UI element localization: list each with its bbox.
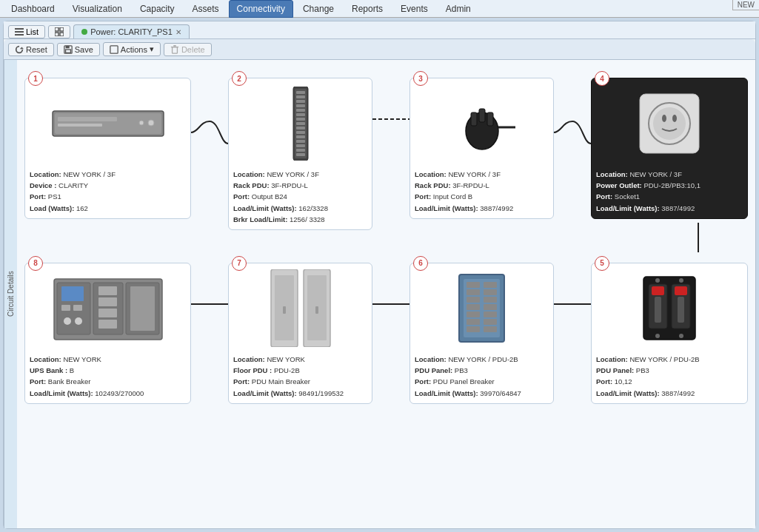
- node-info-7: Location: NEW YORK Floor PDU : PDU-2B Po…: [233, 354, 367, 399]
- node-info-2: Location: NEW YORK / 3F Rack PDU: 3F-RPD…: [233, 169, 367, 225]
- delete-button[interactable]: Delete: [164, 43, 212, 56]
- actions-button[interactable]: Actions ▾: [103, 42, 161, 56]
- tab-close-button[interactable]: ✕: [175, 28, 181, 36]
- actions-icon: [110, 45, 118, 54]
- panel-view-button[interactable]: [48, 25, 70, 38]
- svg-rect-1: [15, 31, 24, 33]
- svg-rect-86: [467, 326, 480, 332]
- node-number-1: 1: [28, 71, 43, 86]
- tab-bar: List Power: CLARITY_PS1 ✕: [4, 21, 755, 39]
- svg-rect-10: [65, 50, 70, 53]
- connector-4-5-vertical: [24, 223, 748, 252]
- svg-rect-25: [296, 100, 305, 103]
- connector-1-2: [191, 118, 228, 147]
- node-number-6: 6: [413, 256, 428, 271]
- node-card-4[interactable]: 4: [591, 78, 748, 219]
- new-badge: NEW: [732, 0, 759, 10]
- svg-point-46: [653, 107, 686, 140]
- svg-rect-41: [487, 112, 493, 126]
- nav-tab-connectivity[interactable]: Connectivity: [229, 0, 293, 18]
- node-card-7[interactable]: 7: [228, 263, 372, 404]
- svg-rect-76: [467, 289, 480, 295]
- nav-tab-assets[interactable]: Assets: [184, 0, 227, 18]
- svg-rect-26: [296, 104, 305, 107]
- node-info-6: Location: NEW YORK / PDU-2B PDU Panel: P…: [415, 354, 549, 399]
- server-icon: [49, 105, 167, 142]
- breaker-icon: [640, 273, 699, 343]
- floor-pdu-icon: [267, 269, 334, 347]
- svg-rect-34: [296, 140, 305, 143]
- reset-icon: [15, 45, 24, 54]
- svg-rect-37: [296, 153, 305, 156]
- svg-point-97: [679, 278, 683, 283]
- node-card-2[interactable]: 2: [228, 78, 372, 230]
- svg-point-47: [662, 115, 666, 122]
- nav-tab-visualization[interactable]: Visualization: [64, 0, 130, 18]
- nav-tab-events[interactable]: Events: [392, 0, 436, 18]
- node-number-4: 4: [595, 71, 609, 86]
- nav-tab-capacity[interactable]: Capacity: [132, 0, 183, 18]
- node-image-4: [596, 83, 743, 164]
- nav-tab-change[interactable]: Change: [295, 0, 342, 18]
- node-info-5: Location: NEW YORK / PDU-2B PDU Panel: P…: [596, 354, 743, 399]
- actions-chevron: ▾: [150, 44, 154, 54]
- svg-point-96: [655, 278, 660, 283]
- diagram-area[interactable]: 1: [17, 60, 755, 528]
- svg-rect-77: [484, 289, 497, 295]
- list-icon: [15, 27, 24, 36]
- svg-rect-54: [61, 286, 84, 301]
- svg-rect-83: [484, 312, 497, 317]
- side-label: Circuit Details: [4, 60, 17, 528]
- node-card-5[interactable]: 5: [591, 263, 748, 404]
- node-info-1: Location: NEW YORK / 3F Device : CLARITY…: [30, 169, 186, 214]
- svg-rect-69: [283, 306, 286, 314]
- panel-board-icon: [458, 273, 506, 343]
- svg-rect-95: [678, 297, 684, 323]
- nav-tab-dashboard[interactable]: Dashboard: [3, 0, 63, 18]
- connector-6-5: [554, 303, 591, 306]
- reset-button[interactable]: Reset: [8, 43, 54, 56]
- save-button[interactable]: Save: [57, 43, 100, 56]
- node-number-2: 2: [232, 71, 247, 86]
- node-image-8: [30, 268, 186, 349]
- node-card-1[interactable]: 1: [24, 78, 191, 219]
- svg-rect-84: [467, 319, 480, 325]
- svg-rect-74: [467, 282, 480, 288]
- node-card-6[interactable]: 6: [409, 263, 554, 404]
- svg-rect-92: [652, 286, 664, 295]
- nav-tab-admin[interactable]: Admin: [438, 0, 479, 18]
- action-toolbar: Reset Save Actions ▾: [4, 39, 755, 60]
- svg-rect-82: [467, 312, 480, 317]
- svg-rect-36: [296, 149, 305, 152]
- ups-bank-icon: [53, 275, 164, 342]
- main-container: List Power: CLARITY_PS1 ✕: [3, 21, 756, 529]
- svg-rect-11: [110, 45, 118, 53]
- svg-rect-79: [484, 297, 497, 303]
- svg-rect-78: [467, 297, 480, 303]
- nav-tab-reports[interactable]: Reports: [344, 0, 391, 18]
- svg-rect-28: [296, 113, 305, 116]
- svg-rect-2: [15, 34, 24, 36]
- svg-point-48: [672, 115, 677, 122]
- node-card-8[interactable]: 8: [24, 263, 191, 404]
- svg-rect-59: [98, 286, 117, 295]
- svg-rect-40: [471, 112, 477, 126]
- node-image-1: [30, 83, 186, 164]
- connector-7-6: [372, 303, 409, 306]
- content-area: Circuit Details 1: [4, 60, 755, 528]
- svg-rect-35: [296, 144, 305, 147]
- svg-rect-42: [479, 109, 485, 122]
- svg-rect-94: [655, 297, 661, 323]
- svg-rect-80: [467, 304, 480, 310]
- list-view-button[interactable]: List: [8, 25, 45, 38]
- svg-point-57: [64, 317, 71, 325]
- svg-point-20: [139, 121, 144, 125]
- node-info-8: Location: NEW YORK UPS Bank : B Port: Ba…: [30, 354, 186, 399]
- tab-power-clarity[interactable]: Power: CLARITY_PS1 ✕: [73, 24, 190, 38]
- svg-rect-60: [98, 297, 117, 306]
- svg-rect-23: [296, 91, 305, 94]
- svg-rect-32: [296, 131, 305, 134]
- svg-rect-30: [296, 122, 305, 125]
- node-card-3[interactable]: 3: [409, 78, 554, 219]
- node-number-7: 7: [232, 256, 247, 271]
